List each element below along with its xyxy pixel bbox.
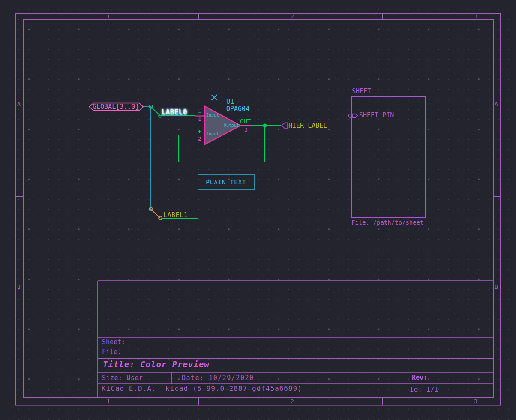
global-label-text: GLOBAL[3..0] — [93, 104, 139, 111]
frame-row-label-right: A — [495, 101, 498, 107]
schematic-canvas[interactable]: 1 2 3 1 2 3 A B A B GLOBAL[3..0] LABEL0 … — [0, 0, 516, 420]
sheet-pin-label: SHEET PIN — [359, 112, 394, 119]
component-reference: U1 — [226, 99, 234, 105]
titleblock-page-id: Id: 1/1 — [410, 386, 438, 393]
frame-inner-border — [23, 20, 493, 398]
selected-local-label: LABEL0 — [162, 109, 187, 116]
frame-col-label-top: 1 — [107, 14, 110, 20]
titleblock-rev-label: Rev: — [412, 375, 427, 381]
frame-row-label-right: B — [495, 284, 498, 290]
titleblock-date: Date: 10/29/2020 — [182, 375, 254, 382]
pin1-sign: − — [198, 109, 201, 115]
local-label-text: LABEL1 — [163, 212, 188, 219]
titleblock-size: Size: User — [102, 375, 143, 382]
titleblock-file-label: File: — [102, 349, 121, 356]
titleblock-title: Title: Color Preview — [103, 360, 210, 369]
pin2-number: 2 — [198, 136, 201, 142]
frame-col-label-bottom: 3 — [474, 399, 477, 405]
sheet-name: SHEET — [352, 88, 371, 95]
pin2-name: Input — [206, 132, 219, 137]
hier-label-shape — [282, 123, 288, 129]
bus-line — [142, 106, 151, 210]
no-connect-icon — [212, 95, 217, 100]
frame-outer-border — [16, 14, 501, 405]
pin3-name: Output — [224, 123, 239, 128]
titleblock-generator: KiCad E.D.A. kicad (5.99.0-2887-gdf45a66… — [102, 385, 302, 393]
net-name-label: OUT — [240, 118, 251, 125]
frame-col-label-top: 3 — [474, 14, 477, 20]
pin1-number: 1 — [198, 116, 201, 122]
frame-col-label-top: 2 — [291, 14, 294, 20]
titleblock-sheet-label: Sheet: — [102, 339, 125, 346]
junction-dot — [263, 124, 267, 128]
frame-col-label-bottom: 1 — [107, 399, 110, 405]
hier-label-text: HIER_LABEL — [288, 123, 327, 129]
component-value: OPA604 — [226, 106, 249, 113]
frame-division-ticks — [15, 14, 501, 405]
sheet-pin-arrow-icon — [353, 114, 358, 118]
pin1-name: Input — [206, 113, 219, 118]
frame-col-label-bottom: 2 — [291, 399, 294, 405]
frame-row-label-left: B — [17, 284, 21, 290]
pin2-sign: + — [198, 129, 201, 135]
sheet-file: File: /path/to/sheet — [351, 219, 424, 226]
plain-text: PLAIN TEXT — [198, 179, 254, 186]
title-block-grid — [98, 281, 493, 398]
pin3-number: 3 — [244, 127, 248, 133]
frame-row-label-left: A — [17, 101, 21, 107]
